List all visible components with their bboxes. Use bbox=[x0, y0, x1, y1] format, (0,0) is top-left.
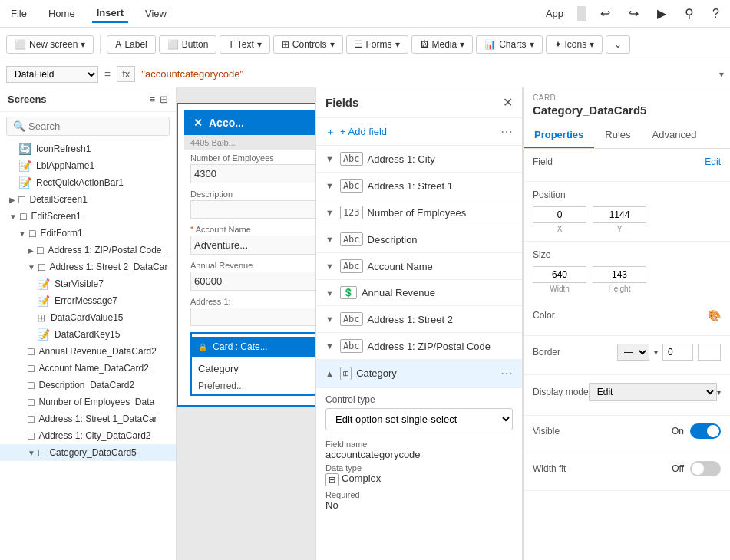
person-icon[interactable]: ⚲ bbox=[680, 3, 699, 24]
play-icon[interactable]: ▶ bbox=[652, 3, 671, 24]
description-field-value[interactable] bbox=[190, 200, 315, 219]
tree-item-street1[interactable]: □ Address 1: Street 1_DataCar bbox=[0, 410, 176, 427]
tree-item-accountname[interactable]: □ Account Name_DataCard2 bbox=[0, 360, 176, 377]
tree-item-datacardvalue[interactable]: ⊞ DataCardValue15 bbox=[0, 309, 176, 326]
controls-button[interactable]: ⊞ Controls ▾ bbox=[273, 35, 343, 54]
size-height-input[interactable] bbox=[593, 266, 646, 283]
tree-item-starvisible[interactable]: 📝 StarVisible7 bbox=[0, 275, 176, 292]
menu-app[interactable]: App bbox=[541, 5, 568, 22]
canvas-field-accountname: * Account Name Adventure... bbox=[184, 222, 315, 258]
help-icon[interactable]: ? bbox=[708, 4, 724, 24]
tab-properties[interactable]: Properties bbox=[524, 123, 594, 148]
field-type-icon-city: Abc bbox=[340, 152, 363, 166]
canvas-card: ✕ Acco... 4405 Balb... Number of Employe… bbox=[177, 103, 315, 407]
numemployees-field-value[interactable]: 4300 bbox=[190, 164, 315, 183]
forms-button[interactable]: ☰ Forms ▾ bbox=[346, 35, 408, 54]
tree-item-annualrev[interactable]: □ Annual Revenue_DataCard2 bbox=[0, 343, 176, 360]
tree-item-street2[interactable]: ▼ □ Address 1: Street 2_DataCar bbox=[0, 259, 176, 275]
field-type-icon-description: Abc bbox=[340, 232, 363, 246]
property-selector[interactable]: DataField bbox=[6, 66, 98, 83]
charts-label: Charts bbox=[499, 39, 526, 50]
field-more-category[interactable]: ⋯ bbox=[500, 366, 513, 380]
field-edit-link[interactable]: Edit bbox=[705, 156, 721, 167]
tab-rules[interactable]: Rules bbox=[594, 123, 641, 148]
charts-button[interactable]: 📊 Charts ▾ bbox=[476, 35, 542, 54]
tree-item-iconrefresh[interactable]: 🔄 IconRefresh1 bbox=[0, 140, 176, 157]
button-button[interactable]: ⬜ Button bbox=[159, 35, 217, 54]
annualrev-field-value[interactable]: 60000 bbox=[190, 272, 315, 291]
tree-item-zip[interactable]: ▶ □ Address 1: ZIP/Postal Code_ bbox=[0, 242, 176, 259]
formula-input[interactable] bbox=[141, 68, 713, 80]
tree-item-city[interactable]: □ Address 1: City_DataCard2 bbox=[0, 427, 176, 444]
menu-insert[interactable]: Insert bbox=[92, 4, 128, 23]
widthfit-toggle[interactable] bbox=[690, 461, 721, 476]
search-input[interactable] bbox=[28, 120, 163, 132]
text-button[interactable]: T Text ▾ bbox=[220, 35, 269, 54]
fx-button[interactable]: fx bbox=[117, 66, 135, 82]
field-item-accountname[interactable]: ▼ Abc Account Name bbox=[316, 253, 522, 280]
position-y-input[interactable] bbox=[593, 206, 646, 223]
border-width-input[interactable] bbox=[662, 344, 693, 361]
props-color-section: Color 🎨 bbox=[524, 301, 730, 336]
tree-item-errormessage[interactable]: 📝 ErrorMessage7 bbox=[0, 292, 176, 309]
icons-button[interactable]: ✦ Icons ▾ bbox=[546, 35, 603, 54]
field-item-city[interactable]: ▼ Abc Address 1: City bbox=[316, 146, 522, 173]
accountname-field-value[interactable]: Adventure... bbox=[190, 236, 315, 255]
border-color-swatch[interactable] bbox=[698, 344, 721, 361]
field-item-employees[interactable]: ▼ 123 Number of Employees bbox=[316, 199, 522, 226]
label-button[interactable]: A Label bbox=[107, 35, 155, 54]
controls-label: Controls bbox=[292, 39, 327, 50]
more-button[interactable]: ⌄ bbox=[606, 35, 630, 54]
left-panel: Screens ≡ ⊞ 🔍 🔄 IconRefresh1 📝 LblAppNam… bbox=[0, 87, 177, 560]
canvas-close-icon[interactable]: ✕ bbox=[193, 117, 203, 129]
tab-advanced[interactable]: Advanced bbox=[642, 123, 708, 148]
border-style-select[interactable]: — bbox=[617, 344, 649, 361]
control-type-select[interactable]: Edit option set single-select bbox=[325, 408, 513, 430]
tree-item-category[interactable]: ▼ □ Category_DataCard5 bbox=[0, 444, 176, 461]
menu-file[interactable]: File bbox=[6, 5, 31, 22]
tree-item-numemployees[interactable]: □ Number of Employees_Data bbox=[0, 394, 176, 410]
redo-icon[interactable]: ↪ bbox=[624, 3, 643, 24]
field-item-zipcode[interactable]: ▼ Abc Address 1: ZIP/Postal Code bbox=[316, 333, 522, 360]
menu-home[interactable]: Home bbox=[44, 5, 80, 22]
canvas-header: ✕ Acco... bbox=[184, 110, 315, 135]
tree-item-datacardkey[interactable]: 📝 DataCardKey15 bbox=[0, 326, 176, 343]
add-field-button[interactable]: ＋ + Add field ⋯ bbox=[316, 118, 522, 146]
street2-icon: □ bbox=[38, 261, 45, 273]
props-size-section: Size Width Height bbox=[524, 242, 730, 301]
tree-item-rectquickaction[interactable]: 📝 RectQuickActionBar1 bbox=[0, 174, 176, 191]
datacardkey-label: DataCardKey15 bbox=[55, 329, 120, 340]
color-picker-icon[interactable]: 🎨 bbox=[708, 309, 721, 321]
media-button[interactable]: 🖼 Media ▾ bbox=[411, 35, 474, 54]
field-item-street2[interactable]: ▼ Abc Address 1: Street 2 bbox=[316, 306, 522, 333]
grid-view-icon[interactable]: ⊞ bbox=[160, 94, 168, 105]
tree-item-description[interactable]: □ Description_DataCard2 bbox=[0, 377, 176, 394]
tree-item-lblappname[interactable]: 📝 LblAppName1 bbox=[0, 157, 176, 174]
undo-icon[interactable]: ↩ bbox=[596, 3, 615, 24]
position-x-input[interactable] bbox=[533, 206, 586, 223]
tree-item-editform[interactable]: ▼ □ EditForm1 bbox=[0, 225, 176, 242]
size-width-group: Width bbox=[533, 266, 586, 293]
new-screen-button[interactable]: ⬜ New screen ▾ bbox=[6, 35, 94, 54]
screens-title: Screens bbox=[8, 94, 47, 105]
fields-close-button[interactable]: ✕ bbox=[503, 95, 513, 110]
tree-item-editscreen[interactable]: ▼ □ EditScreen1 bbox=[0, 208, 176, 225]
display-mode-select[interactable]: Edit bbox=[589, 383, 717, 401]
formula-dropdown-icon[interactable]: ▾ bbox=[719, 69, 724, 80]
address1-field-value[interactable] bbox=[190, 308, 315, 326]
canvas-card-blue-bar[interactable]: 🔒 Card : Cate... bbox=[192, 337, 315, 357]
tree-item-detailscreen[interactable]: ▶ □ DetailScreen1 bbox=[0, 191, 176, 208]
canvas-inner: ✕ Acco... 4405 Balb... Number of Employe… bbox=[177, 103, 315, 407]
pos-y-group: Y bbox=[593, 206, 646, 233]
field-item-annualrev[interactable]: ▼ 💲 Annual Revenue bbox=[316, 280, 522, 306]
size-width-input[interactable] bbox=[533, 266, 586, 283]
field-name-zipcode: Address 1: ZIP/Postal Code bbox=[368, 341, 513, 352]
field-item-description[interactable]: ▼ Abc Description bbox=[316, 226, 522, 253]
visible-toggle[interactable] bbox=[690, 423, 721, 439]
field-item-street1[interactable]: ▼ Abc Address 1: Street 1 bbox=[316, 173, 522, 199]
field-item-category[interactable]: ▲ ⊞ Category ⋯ bbox=[316, 360, 522, 387]
size-inputs-row: Width Height bbox=[533, 266, 721, 293]
list-view-icon[interactable]: ≡ bbox=[149, 94, 155, 105]
props-display-row: Display mode Edit ▾ bbox=[533, 383, 721, 401]
menu-view[interactable]: View bbox=[140, 5, 171, 22]
